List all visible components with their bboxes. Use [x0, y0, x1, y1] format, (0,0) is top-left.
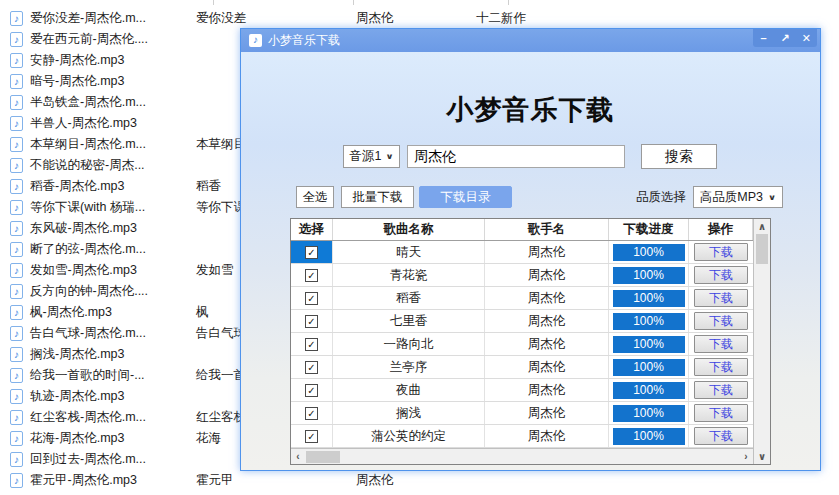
- download-directory-button[interactable]: 下载目录: [419, 186, 512, 208]
- table-row[interactable]: ✓搁浅周杰伦100%下载: [291, 402, 753, 425]
- window-controls: – ↗ ✕: [753, 29, 817, 47]
- search-input[interactable]: [407, 145, 625, 168]
- row-checkbox[interactable]: ✓: [305, 269, 318, 282]
- file-title-column: 等你下课: [196, 197, 246, 218]
- song-name-cell: 稻香: [333, 287, 485, 309]
- table-row[interactable]: ✓晴天周杰伦100%下载: [291, 241, 753, 264]
- checkbox-cell: ✓: [291, 287, 333, 309]
- dialog-client-area: 小梦音乐下载 音源1 ∨ 搜索 全选 批量下载 下载目录 品质选择 高品质MP3…: [241, 52, 820, 470]
- file-name: 搁浅-周杰伦.mp3: [30, 344, 124, 365]
- app-music-note-icon: ♪: [249, 34, 262, 47]
- download-button[interactable]: 下载: [694, 266, 748, 284]
- close-button[interactable]: ✕: [797, 30, 815, 46]
- audio-file-icon: ♪: [10, 473, 23, 488]
- action-cell: 下载: [689, 425, 753, 447]
- file-title-column: 霍元甲: [196, 470, 234, 491]
- row-checkbox[interactable]: ✓: [305, 361, 318, 374]
- scroll-down-icon[interactable]: ∨: [758, 449, 766, 464]
- table-main: 选择歌曲名称歌手名下载进度操作 ✓晴天周杰伦100%下载✓青花瓷周杰伦100%下…: [291, 219, 753, 448]
- quality-label: 品质选择: [636, 186, 686, 208]
- audio-file-icon: ♪: [10, 221, 23, 236]
- vertical-scrollbar[interactable]: ∧ ∨: [753, 219, 770, 464]
- file-title-column: 给我一首: [196, 365, 246, 386]
- table-header-row: 选择歌曲名称歌手名下载进度操作: [291, 219, 753, 241]
- vertical-scroll-thumb[interactable]: [756, 234, 768, 264]
- row-checkbox[interactable]: ✓: [305, 338, 318, 351]
- song-name-cell: 兰亭序: [333, 356, 485, 378]
- window-titlebar[interactable]: ♪ 小梦音乐下载 – ↗ ✕: [241, 29, 820, 52]
- row-checkbox[interactable]: ✓: [305, 292, 318, 305]
- download-button[interactable]: 下载: [694, 358, 748, 376]
- download-button[interactable]: 下载: [694, 312, 748, 330]
- action-cell: 下载: [689, 241, 753, 263]
- download-button[interactable]: 下载: [694, 243, 748, 261]
- file-name: 半兽人-周杰伦.mp3: [30, 113, 137, 134]
- table-row[interactable]: ✓青花瓷周杰伦100%下载: [291, 264, 753, 287]
- file-name: 枫-周杰伦.mp3: [30, 302, 112, 323]
- action-cell: 下载: [689, 356, 753, 378]
- scroll-up-icon[interactable]: ∧: [758, 219, 766, 234]
- row-checkbox[interactable]: ✓: [305, 407, 318, 420]
- source-select[interactable]: 音源1 ∨: [343, 145, 400, 168]
- download-button[interactable]: 下载: [694, 289, 748, 307]
- table-row[interactable]: ✓七里香周杰伦100%下载: [291, 310, 753, 333]
- action-cell: 下载: [689, 310, 753, 332]
- download-button[interactable]: 下载: [694, 404, 748, 422]
- row-checkbox[interactable]: ✓: [305, 315, 318, 328]
- table-row[interactable]: ✓兰亭序周杰伦100%下载: [291, 356, 753, 379]
- checkbox-cell: ✓: [291, 425, 333, 447]
- table-row[interactable]: ✓一路向北周杰伦100%下载: [291, 333, 753, 356]
- file-title-column: 告白气球: [196, 323, 246, 344]
- source-select-value: 音源1: [349, 148, 381, 165]
- audio-file-icon: ♪: [10, 242, 23, 257]
- chevron-down-icon: ∨: [385, 152, 393, 161]
- checkbox-cell: ✓: [291, 241, 333, 263]
- action-cell: 下载: [689, 402, 753, 424]
- download-button[interactable]: 下载: [694, 381, 748, 399]
- table-row[interactable]: ✓夜曲周杰伦100%下载: [291, 379, 753, 402]
- song-name-cell: 晴天: [333, 241, 485, 263]
- row-checkbox[interactable]: ✓: [305, 430, 318, 443]
- table-row[interactable]: ✓蒲公英的约定周杰伦100%下载: [291, 425, 753, 448]
- row-checkbox[interactable]: ✓: [305, 384, 318, 397]
- column-separator: [353, 0, 354, 5]
- progress-bar: 100%: [613, 428, 685, 445]
- audio-file-icon: ♪: [10, 11, 23, 26]
- batch-download-button[interactable]: 批量下载: [341, 186, 414, 208]
- file-name: 暗号-周杰伦.mp3: [30, 71, 124, 92]
- scroll-right-icon[interactable]: ›: [739, 451, 753, 462]
- song-name-cell: 青花瓷: [333, 264, 485, 286]
- horizontal-scrollbar[interactable]: ‹ ›: [291, 448, 753, 464]
- table-row[interactable]: ✓稻香周杰伦100%下载: [291, 287, 753, 310]
- table-header-cell: 歌手名: [485, 219, 609, 240]
- quality-select[interactable]: 高品质MP3 ∨: [693, 186, 783, 208]
- action-cell: 下载: [689, 379, 753, 401]
- file-name: 半岛铁盒-周杰伦.m...: [30, 92, 146, 113]
- progress-cell: 100%: [609, 264, 689, 286]
- progress-bar: 100%: [613, 290, 685, 307]
- song-name-cell: 夜曲: [333, 379, 485, 401]
- row-checkbox[interactable]: ✓: [305, 246, 318, 259]
- search-button[interactable]: 搜索: [641, 144, 717, 169]
- audio-file-icon: ♪: [10, 158, 23, 173]
- scroll-left-icon[interactable]: ‹: [291, 451, 305, 462]
- audio-file-icon: ♪: [10, 389, 23, 404]
- audio-file-icon: ♪: [10, 431, 23, 446]
- file-name: 红尘客栈-周杰伦.m...: [30, 407, 146, 428]
- maximize-button[interactable]: ↗: [776, 30, 794, 46]
- checkbox-cell: ✓: [291, 379, 333, 401]
- file-name: 告白气球-周杰伦.m...: [30, 323, 146, 344]
- file-row[interactable]: ♪爱你没差-周杰伦.m...爱你没差周杰伦十二新作: [0, 8, 839, 29]
- download-button[interactable]: 下载: [694, 427, 748, 445]
- horizontal-scroll-thumb[interactable]: [306, 451, 340, 463]
- file-row[interactable]: ♪霍元甲-周杰伦.mp3霍元甲周杰伦: [0, 470, 839, 491]
- audio-file-icon: ♪: [10, 53, 23, 68]
- progress-cell: 100%: [609, 379, 689, 401]
- progress-cell: 100%: [609, 425, 689, 447]
- action-cell: 下载: [689, 287, 753, 309]
- action-cell: 下载: [689, 333, 753, 355]
- minimize-button[interactable]: –: [755, 30, 773, 46]
- download-button[interactable]: 下载: [694, 335, 748, 353]
- select-all-button[interactable]: 全选: [296, 186, 334, 208]
- audio-file-icon: ♪: [10, 32, 23, 47]
